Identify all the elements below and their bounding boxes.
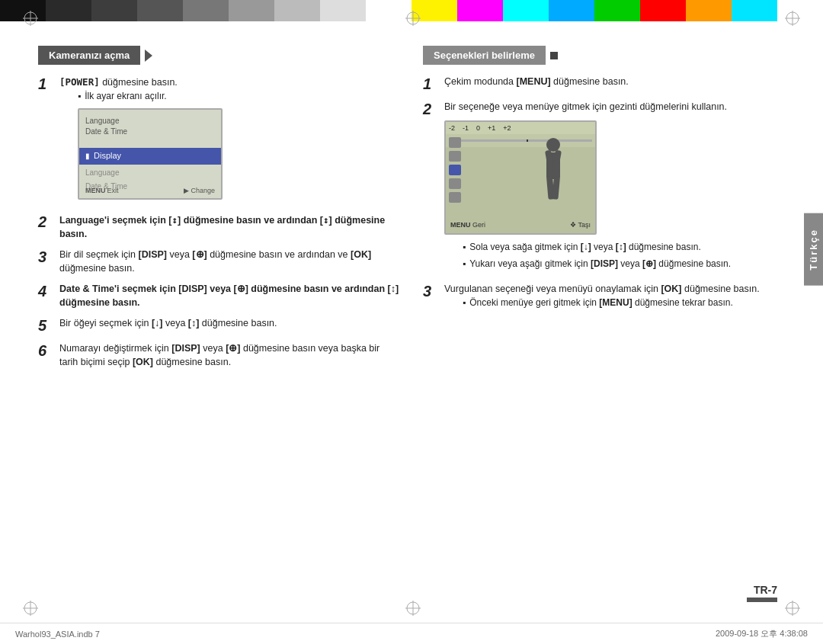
step-5-number: 5 xyxy=(38,317,55,335)
color-cyan2 xyxy=(732,0,777,21)
right-section-header: Seçenekleri belirleme xyxy=(423,46,785,65)
lcd-display-label: Display xyxy=(94,150,121,162)
right-step-2-content: Bir seçeneğe veya menüye gitmek için gez… xyxy=(444,101,785,275)
svg-point-9 xyxy=(546,138,560,152)
page-number-area: TR-7 xyxy=(747,584,777,602)
lcd-change: ▶ Change xyxy=(184,186,215,196)
bottom-right-text: 2009-09-18 오후 4:38:08 xyxy=(716,628,808,639)
step-4-number: 4 xyxy=(38,283,55,300)
step-1: 1 [POWER] düğmesine basın. ▪ İlk ayar ek… xyxy=(38,75,400,206)
camera-icon-1 xyxy=(449,137,461,148)
bottom-bar: Warhol93_ASIA.indb 7 2009-09-18 오후 4:38:… xyxy=(0,623,823,644)
crosshair-bottom-left xyxy=(21,599,40,617)
arrow-right-icon xyxy=(145,50,152,62)
right-step-1-content: Çekim modunda [MENU] düğmesine basın. xyxy=(444,75,785,89)
step-6-number: 6 xyxy=(38,342,55,360)
camera-side-icons xyxy=(449,137,461,203)
step-2: 2 Language'i seçmek için [↕] düğmesine b… xyxy=(38,213,400,241)
camera-screen: -2 -1 0 +1 +2 EV xyxy=(444,120,597,235)
step-4-content: Date & Time'i seçmek için [DISP] veya [⊕… xyxy=(59,283,400,309)
right-step-3-bullet: ▪ Önceki menüye geri gitmek için [MENU] … xyxy=(463,296,785,309)
step-3: 3 Bir dil seçmek için [DISP] veya [⊕] dü… xyxy=(38,248,400,275)
left-column: Kameranızı açma 1 [POWER] düğmesine bası… xyxy=(38,46,400,376)
color-dark2 xyxy=(91,0,137,21)
camera-icon-4 xyxy=(449,192,461,203)
step-3-number: 3 xyxy=(38,248,55,266)
step-2-number: 2 xyxy=(38,213,55,231)
step-5: 5 Bir öğeyi seçmek için [↓] veya [↕] düğ… xyxy=(38,317,400,335)
square-marker-icon xyxy=(550,52,558,59)
lcd-screen: LanguageDate & Time ▮ Display Language D… xyxy=(78,108,223,200)
color-cyan xyxy=(503,0,549,21)
left-section-title-block: Kameranızı açma xyxy=(38,46,140,65)
right-step-3-content: Vurgulanan seçeneği veya menüyü onaylama… xyxy=(444,283,785,313)
camera-icon-3 xyxy=(449,178,461,189)
step-2-content: Language'i seçmek için [↕] düğmesine bas… xyxy=(59,213,400,241)
step-1-number: 1 xyxy=(38,75,55,93)
color-green xyxy=(594,0,640,21)
right-step-2-bullet2: ▪ Yukarı veya aşağı gitmek için [DISP] v… xyxy=(463,258,785,271)
color-dark1 xyxy=(46,0,91,21)
left-section-header: Kameranızı açma xyxy=(38,46,400,65)
right-step-3-number: 3 xyxy=(423,283,440,300)
crosshair-top-left xyxy=(21,9,40,27)
right-step-2: 2 Bir seçeneğe veya menüye gitmek için g… xyxy=(423,101,785,275)
color-red xyxy=(640,0,686,21)
step-1-content: [POWER] düğmesine basın. ▪ İlk ayar ekra… xyxy=(59,75,400,206)
step-6-content: Numarayı değiştirmek için [DISP] veya [⊕… xyxy=(59,342,400,369)
lcd-footer: MENU Exit ▶ Change xyxy=(79,186,221,196)
color-gray1 xyxy=(183,0,229,21)
right-step-2-bullet1: ▪ Sola veya sağa gitmek için [↓] veya [↕… xyxy=(463,241,785,254)
camera-footer-right: ❖ Taşı xyxy=(570,220,591,230)
step-3-content: Bir dil seçmek için [DISP] veya [⊕] düğm… xyxy=(59,248,400,275)
left-section-title: Kameranızı açma xyxy=(49,50,130,61)
color-gray2 xyxy=(229,0,274,21)
camera-icon-2 xyxy=(449,151,461,162)
step-4: 4 Date & Time'i seçmek için [DISP] veya … xyxy=(38,283,400,309)
step-5-content: Bir öğeyi seçmek için [↓] veya [↕] düğme… xyxy=(59,317,400,331)
bottom-left-text: Warhol93_ASIA.indb 7 xyxy=(15,630,100,639)
color-orange xyxy=(686,0,732,21)
right-step-1-number: 1 xyxy=(423,75,440,93)
right-step-3: 3 Vurgulanan seçeneği veya menüyü onayla… xyxy=(423,283,785,313)
camera-ev-bar: -2 -1 0 +1 +2 xyxy=(446,122,595,135)
crosshair-top-center xyxy=(404,9,422,27)
lcd-selected-row: ▮ Display xyxy=(79,148,221,164)
color-gray4 xyxy=(320,0,366,21)
right-step-1: 1 Çekim modunda [MENU] düğmesine basın. xyxy=(423,75,785,93)
camera-footer-left: MENU Geri xyxy=(450,220,485,230)
language-tab-label: Türkçe xyxy=(808,229,819,271)
crosshair-bottom-right xyxy=(783,599,802,617)
crosshair-top-right xyxy=(783,9,802,27)
right-section-title: Seçenekleri belirleme xyxy=(434,50,535,61)
lcd-menu-exit: MENU Exit xyxy=(85,186,119,196)
camera-figure xyxy=(534,136,572,204)
lcd-language-row: Language xyxy=(79,166,221,180)
color-blue xyxy=(549,0,594,21)
page-number-bar xyxy=(747,598,777,602)
right-step-2-number: 2 xyxy=(423,101,440,118)
language-tab: Türkçe xyxy=(804,213,823,286)
camera-footer: MENU Geri ❖ Taşı xyxy=(446,220,595,230)
color-magenta xyxy=(457,0,503,21)
step-1-bullet: ▪ İlk ayar ekranı açılır. xyxy=(78,90,400,103)
right-section-title-block: Seçenekleri belirleme xyxy=(423,46,546,65)
step-6: 6 Numarayı değiştirmek için [DISP] veya … xyxy=(38,342,400,369)
camera-icon-selected xyxy=(449,165,461,175)
right-column: Seçenekleri belirleme 1 Çekim modunda [M… xyxy=(423,46,785,376)
svg-rect-14 xyxy=(552,176,560,200)
color-dark3 xyxy=(137,0,183,21)
page-content: Kameranızı açma 1 [POWER] düğmesine bası… xyxy=(38,38,785,606)
page-number: TR-7 xyxy=(747,584,777,596)
crosshair-bottom-center xyxy=(404,599,422,617)
color-gray3 xyxy=(274,0,320,21)
